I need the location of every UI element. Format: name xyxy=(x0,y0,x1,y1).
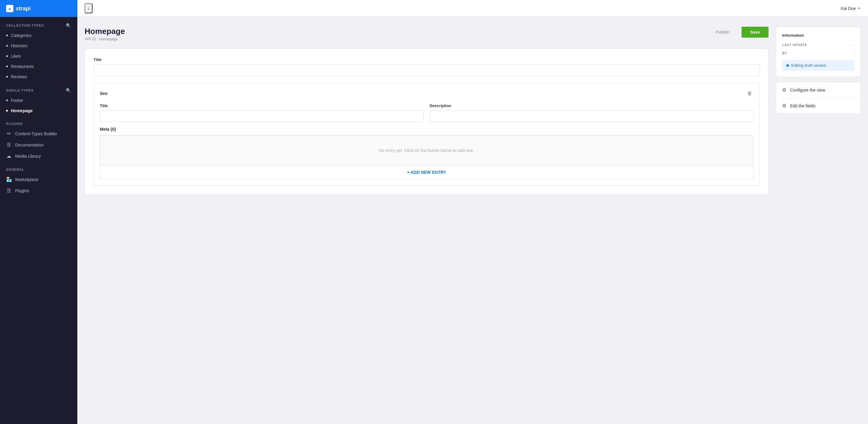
seo-description-input[interactable] xyxy=(430,111,754,122)
meta-empty-text: No entry yet. Click on the button below … xyxy=(379,148,474,153)
edit-fields-icon: ⚙ xyxy=(782,103,786,109)
sidebar-item-label: Content-Types Builder xyxy=(15,131,57,136)
configure-view-icon: ⚙ xyxy=(782,87,786,93)
actions-card: ⚙ Configure the view ⚙ Edit the fields xyxy=(776,82,861,114)
dot-icon xyxy=(6,99,8,101)
delete-icon[interactable]: 🗑 xyxy=(746,89,753,97)
seo-title-label: Title xyxy=(100,103,424,108)
sidebar-item-label: Documentation xyxy=(15,143,44,147)
collection-types-section: Collection Types 🔍 xyxy=(0,17,78,30)
page-header-left: Homepage API ID : homepage xyxy=(85,27,125,41)
title-field-group: Title xyxy=(93,57,760,76)
form-card: Title Seo 🗑 Title xyxy=(85,49,769,194)
sidebar-item-label: Footer xyxy=(11,98,23,103)
seo-title-field-group: Title xyxy=(100,103,424,122)
collection-search-icon[interactable]: 🔍 xyxy=(66,23,71,28)
sidebar-item-label: Histories xyxy=(11,43,27,48)
edit-fields-item[interactable]: ⚙ Edit the fields xyxy=(776,98,860,114)
cloud-icon: ☁ xyxy=(6,153,11,159)
info-card-title: Information xyxy=(782,33,854,38)
edit-fields-label: Edit the fields xyxy=(790,103,815,108)
sidebar-logo: ▲ strapi xyxy=(0,0,78,17)
seo-title-input[interactable] xyxy=(100,111,424,122)
content-area: ‹ Kai Doe ▼ Homepage API ID : homepage xyxy=(78,0,868,424)
seo-section: Seo 🗑 Title Description xyxy=(93,83,760,186)
publish-button[interactable]: Publish xyxy=(707,27,738,38)
seo-title: Seo xyxy=(100,91,108,96)
seo-header: Seo 🗑 xyxy=(100,89,753,97)
general-section: General xyxy=(0,162,78,174)
last-update-label: LAST UPDATE xyxy=(782,43,807,47)
sidebar-item-homepage[interactable]: Homepage xyxy=(0,105,78,116)
single-types-section: Single Types 🔍 xyxy=(0,82,78,95)
marketplace-icon: 🏪 xyxy=(6,177,11,182)
add-new-entry-button[interactable]: + ADD NEW ENTRY xyxy=(100,165,753,179)
sidebar-item-restaurants[interactable]: Restaurants xyxy=(0,61,78,71)
documentation-icon: ☰ xyxy=(6,142,11,148)
draft-text: Editing draft version xyxy=(791,63,826,68)
meta-box: No entry yet. Click on the button below … xyxy=(100,135,753,179)
dot-icon xyxy=(6,45,8,47)
page-title: Homepage xyxy=(85,27,125,36)
sidebar-item-documentation[interactable]: ☰ Documentation xyxy=(0,139,78,150)
last-update-value: - xyxy=(853,42,854,47)
user-menu[interactable]: Kai Doe ▼ xyxy=(841,6,861,11)
right-sidebar: Information LAST UPDATE - BY - Editing d… xyxy=(776,27,861,414)
sidebar-item-footer[interactable]: Footer xyxy=(0,95,78,105)
title-label: Title xyxy=(93,57,760,62)
configure-view-item[interactable]: ⚙ Configure the view xyxy=(776,82,860,98)
sidebar-item-label: Categories xyxy=(11,33,32,38)
single-search-icon[interactable]: 🔍 xyxy=(66,88,71,93)
dot-icon xyxy=(6,55,8,57)
edit-icon: ✏ xyxy=(6,131,11,137)
meta-section: Meta (0) No entry yet. Click on the butt… xyxy=(100,127,753,179)
plugins-icon: ☰ xyxy=(6,188,11,193)
meta-title: Meta (0) xyxy=(100,127,753,132)
sidebar-item-label: Restaurants xyxy=(11,64,34,69)
sidebar-item-label: Media Library xyxy=(15,154,41,159)
save-button[interactable]: Save xyxy=(742,27,769,38)
sidebar-item-plugins[interactable]: ☰ Plugins xyxy=(0,185,78,196)
sidebar-item-categories[interactable]: Categories xyxy=(0,30,78,41)
sidebar: ▲ strapi Collection Types 🔍 Categories H… xyxy=(0,0,78,424)
sidebar-item-reviews[interactable]: Reviews xyxy=(0,71,78,82)
sidebar-item-media-library[interactable]: ☁ Media Library xyxy=(0,150,78,162)
sidebar-item-label: Reviews xyxy=(11,74,27,79)
chevron-down-icon: ▼ xyxy=(858,7,861,10)
by-label: BY xyxy=(782,51,787,55)
sidebar-item-label: Marketplace xyxy=(15,177,38,182)
app-name: strapi xyxy=(16,5,31,12)
by-value: - xyxy=(853,51,854,55)
plugins-section: Plugins xyxy=(0,116,78,128)
back-button[interactable]: ‹ xyxy=(85,3,93,13)
last-update-row: LAST UPDATE - xyxy=(782,42,854,47)
dot-icon xyxy=(6,65,8,67)
user-name: Kai Doe xyxy=(841,6,856,11)
sidebar-item-content-types-builder[interactable]: ✏ Content-Types Builder xyxy=(0,128,78,139)
dot-icon xyxy=(6,110,8,112)
strapi-icon: ▲ xyxy=(6,5,13,12)
info-card: Information LAST UPDATE - BY - Editing d… xyxy=(776,27,861,77)
page-header-actions: Publish Save xyxy=(707,27,769,38)
sidebar-item-likes[interactable]: Likes xyxy=(0,51,78,61)
dot-icon xyxy=(6,76,8,78)
by-row: BY - xyxy=(782,51,854,55)
sidebar-item-marketplace[interactable]: 🏪 Marketplace xyxy=(0,174,78,185)
meta-empty-area: No entry yet. Click on the button below … xyxy=(100,135,753,165)
configure-view-label: Configure the view xyxy=(790,88,825,92)
seo-fields: Title Description xyxy=(100,103,753,122)
page-header: Homepage API ID : homepage Publish Save xyxy=(85,27,769,41)
sidebar-item-label: Likes xyxy=(11,54,21,59)
seo-description-field-group: Description xyxy=(430,103,754,122)
sidebar-item-histories[interactable]: Histories xyxy=(0,41,78,51)
dot-icon xyxy=(6,35,8,36)
title-input[interactable] xyxy=(93,64,760,76)
sidebar-item-label: Plugins xyxy=(15,188,29,193)
draft-dot-icon xyxy=(786,64,789,67)
draft-badge: Editing draft version xyxy=(782,60,854,71)
seo-description-label: Description xyxy=(430,103,754,108)
content-topbar: ‹ Kai Doe ▼ xyxy=(78,0,868,17)
content-scroll: Homepage API ID : homepage Publish Save xyxy=(78,17,868,424)
api-id: API ID : homepage xyxy=(85,37,125,41)
sidebar-item-label: Homepage xyxy=(11,108,33,113)
